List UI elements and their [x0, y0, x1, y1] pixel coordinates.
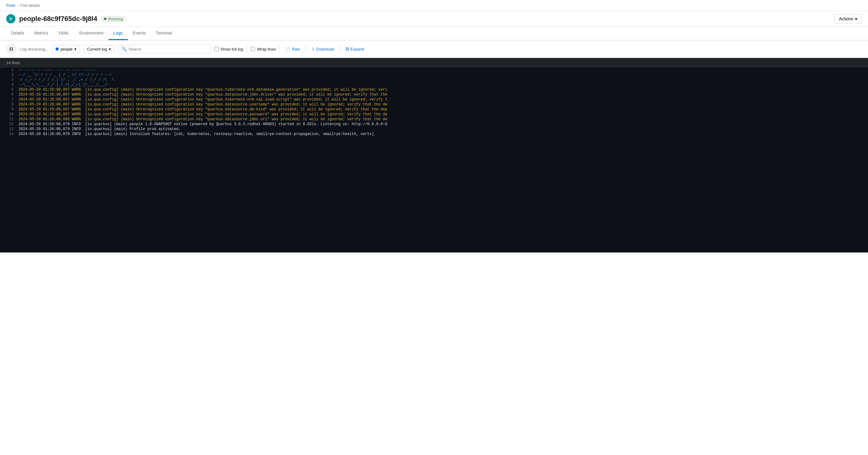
toolbar-divider-3 [306, 45, 306, 53]
download-label: Download [316, 47, 334, 52]
show-full-log-checkbox-group[interactable]: Show full log [214, 47, 243, 52]
actions-label: Actions [839, 17, 853, 21]
actions-button[interactable]: Actions ▾ [834, 14, 862, 24]
toolbar-divider-4 [340, 45, 340, 53]
tab-events[interactable]: Events [128, 27, 151, 40]
log-line: 2--/ __ \/ / / / _ | / _ \/ //--/ / / / … [0, 72, 868, 77]
expand-label: Expand [350, 47, 364, 52]
log-line: 132024-05-20 01:26:00,879 INFO [io.quark… [0, 127, 868, 132]
download-button[interactable]: ⇩ Download [310, 45, 336, 53]
page-header: P people-68c9f765dc-9j8l4 Running Action… [0, 11, 868, 27]
raw-button[interactable]: 📄 Raw [283, 45, 302, 53]
log-line: 1-- ---- -- ----- --- -- ---- ------ [0, 67, 868, 72]
log-header: 14 lines [0, 58, 868, 67]
show-full-log-label: Show full log [221, 47, 243, 52]
breadcrumb-parent-link[interactable]: Pods [6, 3, 16, 8]
log-line: 142024-05-20 01:26:00,879 INFO [io.quark… [0, 132, 868, 136]
nav-tabs: Details Metrics YAML Environment Logs Ev… [0, 27, 868, 40]
log-line: 112024-05-20 01:26:00,868 WARN [io.qua.c… [0, 117, 868, 122]
search-icon: 🔍 [122, 46, 127, 52]
line-content: 2024-05-20 01:26:00,867 WARN [io.qua.con… [19, 93, 868, 97]
line-content: 2024-05-20 01:26:00,879 INFO [io.quarkus… [19, 132, 868, 136]
tab-details[interactable]: Details [6, 27, 29, 40]
pause-icon [9, 47, 13, 51]
file-icon: 📄 [285, 47, 290, 52]
status-label: Running [108, 17, 123, 21]
wrap-lines-label: Wrap lines [257, 47, 276, 52]
pause-streaming-button[interactable] [6, 44, 16, 54]
line-number: 10 [0, 112, 19, 117]
status-spinner-icon [104, 18, 106, 20]
line-number: 11 [0, 117, 19, 122]
breadcrumb: Pods › Pod details [0, 0, 868, 11]
line-number: 8 [0, 102, 19, 107]
log-type-dropdown[interactable]: Current log ▾ [84, 45, 114, 53]
log-line: 122024-05-20 01:26:00,879 INFO [io.quark… [0, 122, 868, 127]
container-chevron-down-icon: ▾ [74, 47, 76, 52]
log-line: 52024-05-20 01:26:00,867 WARN [io.qua.co… [0, 87, 868, 92]
log-toolbar: Log streaming... people ▾ Current log ▾ … [0, 40, 868, 58]
log-lines-count: 14 lines [6, 60, 20, 65]
line-content: 2024-05-20 01:26:00,879 INFO [io.quarkus… [19, 122, 868, 126]
container-dot-icon [56, 47, 59, 51]
search-box: 🔍 [118, 45, 211, 53]
show-full-log-checkbox[interactable] [214, 47, 219, 51]
log-line: 3-/ /_/ / /_/ / /_| |/ , _/ ,< / /_/ / /… [0, 77, 868, 82]
line-content: 2024-05-20 01:26:00,867 WARN [io.qua.con… [19, 107, 868, 111]
line-content: 2024-05-20 01:26:00,867 WARN [io.qua.con… [19, 97, 868, 102]
line-number: 7 [0, 97, 19, 102]
line-number: 14 [0, 132, 19, 136]
line-content: 2024-05-20 01:26:00,867 WARN [io.qua.con… [19, 102, 868, 107]
pod-icon: P [6, 14, 16, 24]
line-content: 2024-05-20 01:26:00,867 WARN [io.qua.con… [19, 112, 868, 117]
log-container[interactable]: 1-- ---- -- ----- --- -- ---- ------2--/… [0, 67, 868, 253]
wrap-lines-checkbox-group[interactable]: Wrap lines [251, 47, 276, 52]
line-number: 13 [0, 127, 19, 131]
raw-label: Raw [292, 47, 300, 52]
tab-environment[interactable]: Environment [74, 27, 108, 40]
wrap-lines-checkbox[interactable] [251, 47, 255, 51]
tab-logs[interactable]: Logs [108, 27, 128, 40]
container-dropdown[interactable]: people ▾ [52, 45, 80, 53]
tab-yaml[interactable]: YAML [53, 27, 74, 40]
breadcrumb-current: Pod details [20, 3, 40, 8]
line-content: -/ /_/ / /_/ / /_| |/ , _/ ,< / /_/ / /\… [19, 78, 868, 82]
search-input[interactable] [129, 47, 207, 52]
line-number: 5 [0, 88, 19, 92]
container-dropdown-label: people [60, 47, 72, 52]
line-number: 9 [0, 107, 19, 111]
chevron-down-icon: ▾ [855, 17, 857, 21]
breadcrumb-separator: › [17, 3, 19, 8]
tab-terminal[interactable]: Terminal [151, 27, 177, 40]
header-left: P people-68c9f765dc-9j8l4 Running [6, 14, 126, 24]
line-content: 2024-05-20 01:26:00,879 INFO [io.quarkus… [19, 127, 868, 131]
line-number: 3 [0, 78, 19, 82]
status-badge: Running [101, 16, 126, 22]
expand-icon: ⧉ [345, 46, 349, 52]
line-number: 1 [0, 68, 19, 72]
toolbar-divider-2 [279, 45, 280, 53]
line-content: 2024-05-20 01:26:00,867 WARN [io.qua.con… [19, 88, 868, 92]
log-line: 62024-05-20 01:26:00,867 WARN [io.qua.co… [0, 92, 868, 97]
line-number: 2 [0, 73, 19, 77]
line-number: 6 [0, 93, 19, 97]
pod-name: people-68c9f765dc-9j8l4 [19, 15, 97, 23]
log-line: 92024-05-20 01:26:00,867 WARN [io.qua.co… [0, 107, 868, 112]
line-number: 12 [0, 122, 19, 126]
line-number: 4 [0, 83, 19, 87]
toolbar-divider-1 [247, 45, 247, 53]
line-content: --/ __ \/ / / / _ | / _ \/ //--/ / / / -… [19, 73, 868, 77]
expand-button[interactable]: ⧉ Expand [344, 45, 366, 53]
log-type-chevron-icon: ▾ [109, 47, 111, 52]
log-line: 72024-05-20 01:26:00,867 WARN [io.qua.co… [0, 97, 868, 102]
log-line: 4--\___\_\____/_/ |_/_/|_/_/|_|\____/___… [0, 82, 868, 87]
line-content: --\___\_\____/_/ |_/_/|_/_/|_|\____/___/ [19, 83, 868, 87]
tab-metrics[interactable]: Metrics [29, 27, 53, 40]
line-content: 2024-05-20 01:26:00,868 WARN [io.qua.con… [19, 117, 868, 122]
streaming-label: Log streaming... [20, 47, 49, 52]
log-line: 102024-05-20 01:26:00,867 WARN [io.qua.c… [0, 112, 868, 117]
log-type-label: Current log [87, 47, 107, 52]
download-icon: ⇩ [312, 47, 315, 52]
line-content: -- ---- -- ----- --- -- ---- ------ [19, 68, 868, 72]
log-line: 82024-05-20 01:26:00,867 WARN [io.qua.co… [0, 102, 868, 107]
